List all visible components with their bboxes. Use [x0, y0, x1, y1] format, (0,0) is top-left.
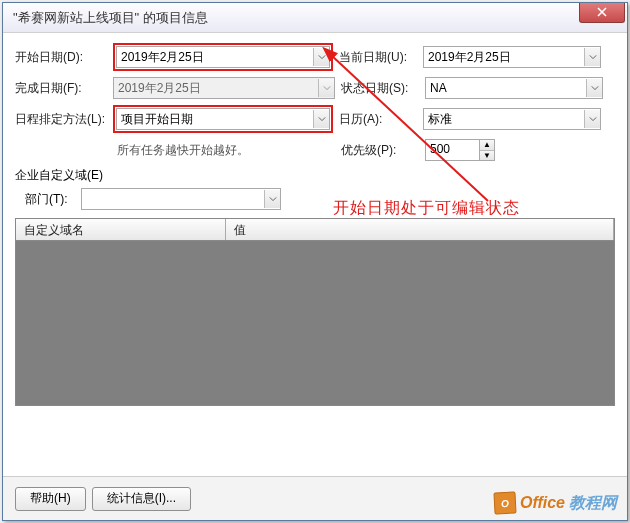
status-date-value: NA [430, 81, 447, 95]
current-date-value: 2019年2月25日 [428, 49, 511, 66]
schedule-hint: 所有任务越快开始越好。 [117, 142, 335, 159]
calendar-label: 日历(A): [339, 111, 417, 128]
titlebar: "希赛网新站上线项目" 的项目信息 [3, 3, 627, 33]
help-button[interactable]: 帮助(H) [15, 487, 86, 511]
finish-date-field: 2019年2月25日 [113, 77, 335, 99]
start-date-highlight: 2019年2月25日 [113, 43, 333, 71]
chevron-down-icon [323, 84, 331, 92]
dropdown-button[interactable] [584, 110, 600, 128]
dropdown-button [318, 79, 334, 97]
stats-button[interactable]: 统计信息(I)... [92, 487, 191, 511]
schedule-from-highlight: 项目开始日期 [113, 105, 333, 133]
window-title: "希赛网新站上线项目" 的项目信息 [13, 9, 208, 27]
finish-date-value: 2019年2月25日 [118, 80, 201, 97]
spinner-down[interactable]: ▼ [480, 151, 494, 161]
status-date-label: 状态日期(S): [341, 80, 419, 97]
dropdown-button[interactable] [584, 48, 600, 66]
project-info-dialog: "希赛网新站上线项目" 的项目信息 开始日期(D): 2019年2月25日 当前… [2, 2, 628, 521]
calendar-value: 标准 [428, 111, 452, 128]
chevron-down-icon [269, 195, 277, 203]
dept-field[interactable] [81, 188, 281, 210]
start-date-label: 开始日期(D): [15, 49, 107, 66]
calendar-field[interactable]: 标准 [423, 108, 601, 130]
custom-fields-section-label: 企业自定义域(E) [15, 167, 615, 184]
current-date-label: 当前日期(U): [339, 49, 417, 66]
col-name-header[interactable]: 自定义域名 [16, 219, 226, 240]
priority-value[interactable]: 500 [425, 139, 479, 161]
dropdown-button[interactable] [264, 190, 280, 208]
close-button[interactable] [579, 3, 625, 23]
custom-fields-table[interactable]: 自定义域名 值 [15, 218, 615, 406]
schedule-from-label: 日程排定方法(L): [15, 111, 107, 128]
chevron-down-icon [318, 115, 326, 123]
schedule-from-value: 项目开始日期 [121, 111, 193, 128]
priority-label: 优先级(P): [341, 142, 419, 159]
status-date-field[interactable]: NA [425, 77, 603, 99]
chevron-down-icon [589, 115, 597, 123]
schedule-from-field[interactable]: 项目开始日期 [116, 108, 330, 130]
start-date-field[interactable]: 2019年2月25日 [116, 46, 330, 68]
start-date-value: 2019年2月25日 [121, 49, 204, 66]
dropdown-button[interactable] [313, 48, 329, 66]
chevron-down-icon [318, 53, 326, 61]
close-icon [597, 7, 607, 17]
chevron-down-icon [589, 53, 597, 61]
finish-date-label: 完成日期(F): [15, 80, 107, 97]
dropdown-button[interactable] [313, 110, 329, 128]
current-date-field[interactable]: 2019年2月25日 [423, 46, 601, 68]
dropdown-button[interactable] [586, 79, 602, 97]
chevron-down-icon [591, 84, 599, 92]
dialog-body: 开始日期(D): 2019年2月25日 当前日期(U): 2019年2月25日 … [3, 33, 627, 416]
spinner-up[interactable]: ▲ [480, 140, 494, 151]
priority-spinner[interactable]: 500 ▲ ▼ [425, 139, 495, 161]
col-value-header[interactable]: 值 [226, 219, 614, 240]
annotation-text: 开始日期处于可编辑状态 [333, 198, 520, 219]
dept-label: 部门(T): [25, 191, 75, 208]
dialog-footer: 帮助(H) 统计信息(I)... [3, 476, 627, 520]
table-header: 自定义域名 值 [16, 219, 614, 241]
